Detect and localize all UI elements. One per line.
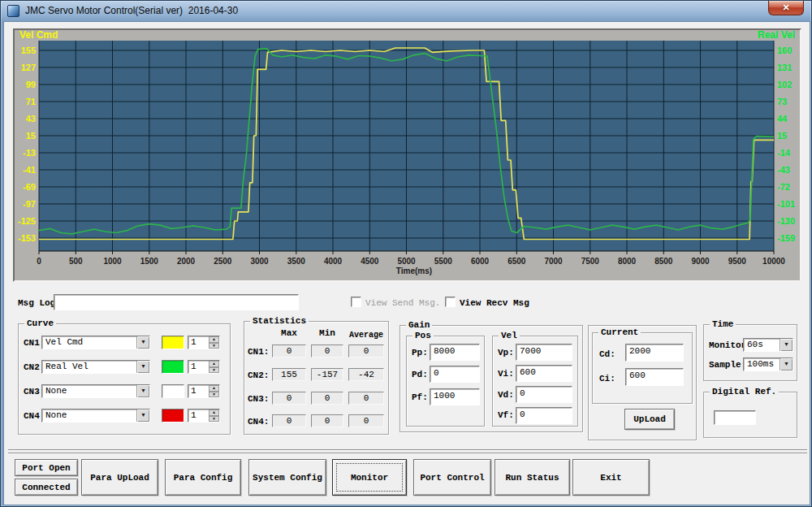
port-control-button[interactable]: Port Control xyxy=(413,459,491,496)
pd-field[interactable]: 0 xyxy=(430,366,480,383)
curve-group: Curve CN1: Vel Cmd 1 CN2: Real Vel 1 CN3… xyxy=(18,323,231,435)
current-group-title: Current xyxy=(598,327,641,337)
stat-cn1-avg: 0 xyxy=(348,344,384,358)
svg-text:8000: 8000 xyxy=(618,257,637,266)
stat-cn3-label: CN3: xyxy=(248,394,269,404)
cn4-color-swatch[interactable] xyxy=(162,409,184,422)
cd-label: Cd: xyxy=(599,349,615,359)
client-area: 15512799714315-13-41-69-97-125-153160131… xyxy=(3,21,810,505)
msg-log-input[interactable] xyxy=(54,294,299,310)
cn1-scale-stepper[interactable]: 1 xyxy=(188,336,220,349)
gain-group-title: Gain xyxy=(406,320,432,330)
down-arrow-icon[interactable] xyxy=(209,416,219,422)
svg-text:8500: 8500 xyxy=(654,257,673,266)
upload-button[interactable]: UpLoad xyxy=(624,409,675,430)
cn4-dropdown[interactable]: None xyxy=(41,409,150,422)
svg-text:73: 73 xyxy=(777,97,787,106)
vp-field[interactable]: 7000 xyxy=(516,344,572,361)
velocity-chart: 15512799714315-13-41-69-97-125-153160131… xyxy=(13,28,801,282)
svg-text:2000: 2000 xyxy=(177,257,196,266)
svg-text:99: 99 xyxy=(26,80,36,89)
view-send-msg-checkbox[interactable] xyxy=(351,297,361,307)
cn2-dropdown[interactable]: Real Vel xyxy=(41,360,150,374)
down-arrow-icon[interactable] xyxy=(209,392,219,398)
para-upload-button[interactable]: Para UpLoad xyxy=(81,459,158,496)
stat-cn1-label: CN1: xyxy=(248,347,269,357)
up-arrow-icon[interactable] xyxy=(209,410,219,416)
pf-label: Pf: xyxy=(412,392,428,402)
svg-text:5000: 5000 xyxy=(397,257,416,266)
stat-cn4-max: 0 xyxy=(272,414,306,427)
title-bar[interactable]: JMC Servo Motor Control(Serial ver) 2016… xyxy=(1,1,811,21)
monitor-button[interactable]: Monitor xyxy=(332,459,407,496)
chevron-down-icon[interactable] xyxy=(136,361,149,373)
app-window: JMC Servo Motor Control(Serial ver) 2016… xyxy=(0,0,812,507)
digital-ref-input[interactable] xyxy=(714,410,756,425)
svg-text:6500: 6500 xyxy=(508,257,526,266)
cn3-dropdown[interactable]: None xyxy=(41,384,150,398)
cn2-scale-value: 1 xyxy=(188,361,209,373)
digital-ref-group: Digital Ref. xyxy=(703,392,797,438)
view-recv-msg-checkbox[interactable] xyxy=(445,297,456,307)
system-config-button[interactable]: System Config xyxy=(248,459,326,496)
exit-button[interactable]: Exit xyxy=(572,459,650,496)
view-send-msg-label: View Send Msg. xyxy=(365,298,440,308)
chevron-down-icon[interactable] xyxy=(136,385,149,397)
down-arrow-icon[interactable] xyxy=(209,343,219,349)
gain-vel-group: Vel Vp: 7000 Vi: 600 Vd: 0 Vf: 0 xyxy=(492,336,578,427)
chevron-down-icon[interactable] xyxy=(780,358,793,370)
cd-field[interactable]: 2000 xyxy=(625,344,684,362)
vf-field[interactable]: 0 xyxy=(516,407,572,424)
port-open-button[interactable]: Port Open xyxy=(15,459,78,476)
window-title: JMC Servo Motor Control(Serial ver) 2016… xyxy=(25,5,238,16)
chevron-down-icon[interactable] xyxy=(780,339,793,351)
time-group: Time Monitor: 60s Sample: 100ms xyxy=(703,324,797,381)
close-button[interactable] xyxy=(768,1,804,15)
up-arrow-icon[interactable] xyxy=(209,361,219,367)
up-arrow-icon[interactable] xyxy=(209,385,219,392)
cn4-dropdown-value: None xyxy=(42,410,136,422)
chevron-down-icon[interactable] xyxy=(136,410,149,422)
footer-divider xyxy=(8,449,807,451)
gain-pos-group: Pos Pp: 8000 Pd: 0 Pf: 1000 xyxy=(406,336,485,427)
run-status-button[interactable]: Run Status xyxy=(495,459,570,496)
pf-field[interactable]: 1000 xyxy=(430,388,480,405)
curve-group-title: Curve xyxy=(24,318,56,328)
monitor-dropdown[interactable]: 60s xyxy=(743,338,793,352)
stat-cn3-min: 0 xyxy=(311,392,343,405)
svg-text:7500: 7500 xyxy=(581,257,600,266)
vi-label: Vi: xyxy=(498,369,514,379)
cn3-dropdown-value: None xyxy=(42,385,136,397)
current-container: Current Cd: 2000 Ci: 600 UpLoad xyxy=(588,325,697,440)
footer-divider xyxy=(8,453,807,454)
stat-cn3-max: 0 xyxy=(272,392,306,405)
vd-field[interactable]: 0 xyxy=(516,386,572,403)
sample-dropdown[interactable]: 100ms xyxy=(743,358,793,371)
cn2-scale-stepper[interactable]: 1 xyxy=(188,360,220,374)
svg-text:15: 15 xyxy=(26,131,36,141)
app-icon xyxy=(7,5,19,17)
cn2-color-swatch[interactable] xyxy=(162,360,184,374)
up-arrow-icon[interactable] xyxy=(209,336,219,343)
cn3-scale-stepper[interactable]: 1 xyxy=(188,384,220,398)
stat-cn2-label: CN2: xyxy=(248,370,269,380)
stat-cn4-min: 0 xyxy=(311,414,343,427)
cn4-scale-value: 1 xyxy=(188,410,209,422)
para-config-button[interactable]: Para Config xyxy=(165,459,241,496)
ci-field[interactable]: 600 xyxy=(625,368,684,386)
connected-button[interactable]: Connected xyxy=(15,479,78,496)
cn1-color-swatch[interactable] xyxy=(162,336,184,349)
vi-field[interactable]: 600 xyxy=(516,365,572,382)
vf-label: Vf: xyxy=(498,410,514,420)
cn1-dropdown[interactable]: Vel Cmd xyxy=(41,336,150,349)
gain-vel-title: Vel xyxy=(499,331,520,340)
svg-text:-72: -72 xyxy=(777,182,790,192)
cn3-color-swatch[interactable] xyxy=(162,384,184,398)
down-arrow-icon[interactable] xyxy=(209,367,219,374)
cn4-scale-stepper[interactable]: 1 xyxy=(188,409,220,422)
pd-label: Pd: xyxy=(412,370,428,379)
chevron-down-icon[interactable] xyxy=(136,336,149,349)
digital-ref-title: Digital Ref. xyxy=(710,387,779,396)
cn1-scale-value: 1 xyxy=(188,336,209,349)
pp-field[interactable]: 8000 xyxy=(430,344,480,361)
